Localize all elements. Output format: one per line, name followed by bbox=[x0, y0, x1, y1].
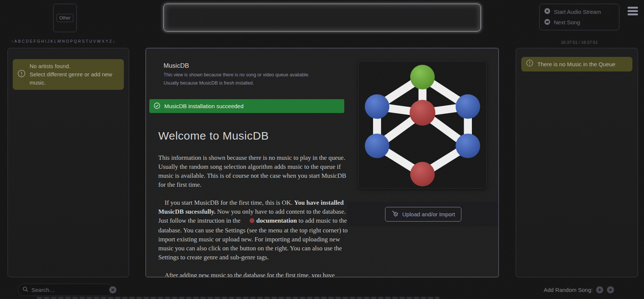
alphabet-letter-D[interactable]: D bbox=[26, 39, 29, 43]
alphabet-letter-Y[interactable]: Y bbox=[106, 39, 108, 43]
alphabet-letter-A[interactable]: A bbox=[14, 39, 17, 43]
main-menu-button[interactable] bbox=[628, 7, 638, 17]
empty-queue-warning: There is no Music in the Queue bbox=[521, 57, 632, 71]
add-random-song-button[interactable] bbox=[596, 286, 604, 294]
stream-time: 16:37:51 / 16:37:51 bbox=[539, 40, 619, 45]
alphabet-letter-F[interactable]: F bbox=[33, 39, 36, 43]
start-audio-stream-button[interactable]: Start Audio Stream bbox=[544, 8, 614, 15]
menu-bar-icon bbox=[628, 13, 638, 15]
alphabet-down-arrow[interactable]: ↓ bbox=[113, 39, 115, 43]
menu-bar-icon bbox=[628, 10, 638, 12]
search-input[interactable] bbox=[31, 287, 106, 293]
alphabet-letter-Q[interactable]: Q bbox=[74, 39, 77, 43]
welcome-paragraph-2: If you start MusicDB for the first time,… bbox=[158, 198, 348, 262]
musicdb-logo bbox=[358, 61, 487, 189]
next-song-label: Next Song bbox=[554, 19, 580, 25]
alphabet-letter-P[interactable]: P bbox=[70, 39, 73, 43]
alphabet-letter-H[interactable]: H bbox=[41, 39, 44, 43]
alphabet-letter-W[interactable]: W bbox=[97, 39, 101, 43]
welcome-paragraph-3: After adding new music to the database f… bbox=[158, 271, 348, 277]
alphabet-letter-L[interactable]: L bbox=[54, 39, 57, 43]
search-box bbox=[18, 284, 113, 296]
alphabet-letter-S[interactable]: S bbox=[82, 39, 85, 43]
upload-import-label: Upload and/or Import bbox=[402, 211, 455, 217]
bottom-edge-element bbox=[37, 297, 439, 299]
alphabet-up-arrow[interactable]: ↑ bbox=[11, 39, 13, 43]
search-icon bbox=[22, 286, 28, 294]
no-artists-warning-text: No artists found. Select different genre… bbox=[30, 62, 119, 87]
hud-artwork-box bbox=[164, 4, 481, 31]
play-circle-icon bbox=[544, 8, 550, 15]
alphabet-letter-C[interactable]: C bbox=[22, 39, 25, 43]
menu-bar-icon bbox=[628, 7, 638, 9]
alphabet-letter-U[interactable]: U bbox=[89, 39, 92, 43]
import-icon bbox=[391, 210, 399, 219]
alphabet-letter-V[interactable]: V bbox=[93, 39, 96, 43]
alphabet-letter-G[interactable]: G bbox=[37, 39, 40, 43]
paragraph-2-text: If you start MusicDB for the first time,… bbox=[165, 199, 294, 206]
queue-panel: There is no Music in the Queue bbox=[516, 48, 638, 277]
stream-controls: Start Audio Stream Next Song bbox=[539, 4, 619, 30]
warning-icon bbox=[526, 59, 534, 69]
empty-queue-warning-text: There is no Music in the Queue bbox=[537, 60, 615, 68]
welcome-body: This information is shown because there … bbox=[158, 153, 348, 277]
add-random-song-controls: Add Random Song: bbox=[544, 286, 614, 294]
alphabet-letter-O[interactable]: O bbox=[66, 39, 69, 43]
welcome-paragraph-1: This information is shown because there … bbox=[158, 153, 348, 189]
alphabet-letter-K[interactable]: K bbox=[51, 39, 53, 43]
next-song-button[interactable]: Next Song bbox=[544, 19, 614, 26]
play-random-song-button[interactable] bbox=[607, 286, 614, 294]
artists-panel: No artists found. Select different genre… bbox=[7, 48, 129, 277]
alphabet-bar: ↑ABCDEFGHIJKLMNOPQRSTUVWXYZ↓ bbox=[11, 39, 123, 43]
alphabet-letter-I[interactable]: I bbox=[45, 39, 46, 43]
alphabet-letter-R[interactable]: R bbox=[78, 39, 81, 43]
alphabet-letter-M[interactable]: M bbox=[58, 39, 61, 43]
add-random-song-label: Add Random Song: bbox=[544, 287, 593, 293]
installation-success-text: MusicDB installation succeeded bbox=[164, 103, 244, 109]
alphabet-letter-E[interactable]: E bbox=[30, 39, 32, 43]
alphabet-letter-N[interactable]: N bbox=[62, 39, 65, 43]
upload-import-button[interactable]: Upload and/or Import bbox=[385, 207, 461, 222]
network-graph-logo-image bbox=[361, 64, 484, 186]
no-artists-warning: No artists found. Select different genre… bbox=[13, 59, 124, 90]
warning-line-1: No artists found. bbox=[30, 62, 119, 70]
clear-search-button[interactable] bbox=[109, 286, 117, 294]
alphabet-letter-T[interactable]: T bbox=[86, 39, 88, 43]
musicdb-welcome-panel: MusicDB This view is shown because there… bbox=[146, 48, 499, 277]
alphabet-letter-B[interactable]: B bbox=[18, 39, 21, 43]
globe-icon bbox=[243, 217, 255, 226]
genre-other-button[interactable]: Other bbox=[57, 14, 73, 22]
upload-band: Upload and/or Import bbox=[347, 202, 499, 226]
check-circle-icon bbox=[153, 102, 161, 110]
alphabet-letter-J[interactable]: J bbox=[48, 39, 49, 43]
genre-selection-box: Other bbox=[53, 4, 77, 32]
start-audio-stream-label: Start Audio Stream bbox=[554, 9, 601, 15]
alphabet-letter-Z[interactable]: Z bbox=[109, 39, 112, 43]
installation-success-banner: MusicDB installation succeeded bbox=[149, 99, 344, 113]
warning-icon bbox=[17, 69, 26, 80]
warning-line-2: Select different genre or add new music. bbox=[30, 70, 119, 87]
skip-next-icon bbox=[544, 19, 550, 26]
documentation-link[interactable]: documentation bbox=[256, 217, 297, 224]
alphabet-letter-X[interactable]: X bbox=[102, 39, 104, 43]
